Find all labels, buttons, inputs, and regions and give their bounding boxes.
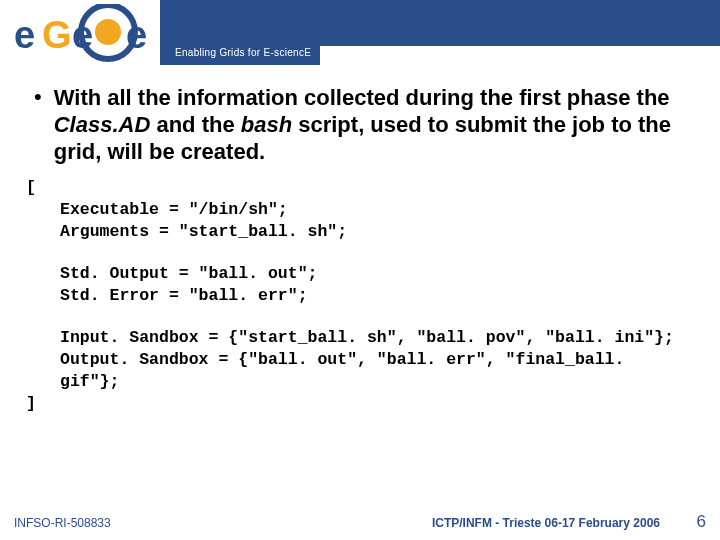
slide-footer: INFSO-RI-508833 ICTP/INFM - Trieste 06-1… xyxy=(0,510,720,534)
code-block: [ Executable = "/bin/sh"; Arguments = "s… xyxy=(26,177,692,415)
tagline-text: Enabling Grids for E-sciencE xyxy=(175,47,311,58)
footer-center: ICTP/INFM - Trieste 06-17 February 2006 xyxy=(432,516,660,530)
bullet-pre: With all the information collected durin… xyxy=(54,85,670,110)
code-bracket-open: [ xyxy=(26,177,692,199)
bullet-item: • With all the information collected dur… xyxy=(28,84,692,165)
page-number: 6 xyxy=(697,512,706,532)
svg-point-1 xyxy=(95,19,121,45)
svg-text:e: e xyxy=(126,14,147,56)
code-bracket-close: ] xyxy=(26,393,692,415)
bullet-mid: and the xyxy=(150,112,240,137)
code-spacer xyxy=(26,243,692,263)
svg-text:e: e xyxy=(72,14,93,56)
code-line: Executable = "/bin/sh"; xyxy=(60,199,692,221)
slide-body: • With all the information collected dur… xyxy=(28,84,692,415)
bullet-em2: bash xyxy=(241,112,292,137)
code-line: Std. Output = "ball. out"; xyxy=(60,263,692,285)
code-spacer xyxy=(26,307,692,327)
code-line: Arguments = "start_ball. sh"; xyxy=(60,221,692,243)
svg-text:G: G xyxy=(42,14,72,56)
header-band xyxy=(160,0,720,46)
bullet-em1: Class.AD xyxy=(54,112,151,137)
svg-text:e: e xyxy=(14,14,35,56)
footer-left: INFSO-RI-508833 xyxy=(14,516,111,530)
slide-header: Enabling Grids for E-sciencE e G e e xyxy=(0,0,720,66)
code-line: Std. Error = "ball. err"; xyxy=(60,285,692,307)
code-line: Input. Sandbox = {"start_ball. sh", "bal… xyxy=(60,327,692,349)
code-line: Output. Sandbox = {"ball. out", "ball. e… xyxy=(60,349,692,393)
egee-logo: e G e e xyxy=(8,4,158,64)
slide: Enabling Grids for E-sciencE e G e e • W… xyxy=(0,0,720,540)
bullet-marker: • xyxy=(34,84,42,110)
bullet-text: With all the information collected durin… xyxy=(54,84,692,165)
